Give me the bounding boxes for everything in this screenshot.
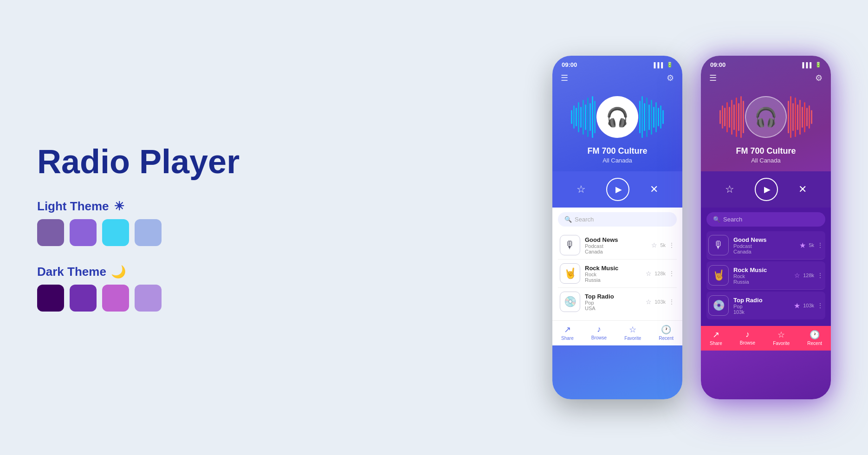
nav-browse-label-light: Browse xyxy=(591,335,607,340)
list-item-1-dark[interactable]: 🤘 Rock Music Rock Russia ☆ 128k ⋮ xyxy=(706,261,825,290)
nav-favorite-dark[interactable]: ☆ Favorite xyxy=(773,330,790,346)
bottom-nav-dark: ↗ Share ♪ Browse ☆ Favorite 🕐 Recent xyxy=(701,326,831,351)
headphone-circle-light: 🎧 xyxy=(596,96,638,138)
settings-icon-dark[interactable]: ⚙ xyxy=(815,73,823,83)
item-sub-1-light: Rock xyxy=(585,272,641,277)
search-bar-dark[interactable]: 🔍 Search xyxy=(706,212,825,227)
item-icon-0-light: 🎙 xyxy=(560,235,580,255)
item-icon-1-dark: 🤘 xyxy=(708,265,729,286)
dots-2-light[interactable]: ⋮ xyxy=(668,298,675,306)
nav-favorite-light[interactable]: ☆ Favorite xyxy=(624,325,641,341)
star-icon-0-light[interactable]: ☆ xyxy=(651,241,657,249)
nav-recent-dark[interactable]: 🕐 Recent xyxy=(807,330,822,346)
status-icons-dark: ▌▌▌ 🔋 xyxy=(803,62,822,68)
phone-light: 09:00 ▌▌▌ 🔋 ☰ ⚙ xyxy=(552,56,682,399)
favorite-btn-light[interactable]: ☆ xyxy=(577,183,586,195)
item-actions-0-dark: ★ 5k ⋮ xyxy=(799,241,823,250)
waveform-bars-light: 🎧 xyxy=(552,91,682,143)
favorite-icon-light: ☆ xyxy=(629,325,636,335)
list-area-dark: 🔍 Search 🎙 Good News Podcast Canada ★ 5k… xyxy=(701,208,831,326)
play-button-dark[interactable]: ▶ xyxy=(755,178,778,201)
dark-color-swatch-2 xyxy=(70,285,97,312)
dark-color-swatch-1 xyxy=(37,285,64,312)
item-sub2-1-light: Russia xyxy=(585,277,641,283)
item-sub-1-dark: Rock xyxy=(733,273,790,279)
item-name-1-dark: Rock Music xyxy=(733,266,790,273)
nav-share-label-light: Share xyxy=(561,336,574,341)
list-item-0-dark[interactable]: 🎙 Good News Podcast Canada ★ 5k ⋮ xyxy=(706,231,825,260)
item-icon-1-light: 🤘 xyxy=(560,263,580,284)
station-tags-light: All Canada xyxy=(602,157,632,164)
list-item-2-light[interactable]: 💿 Top Radio Pop USA ☆ 103k ⋮ xyxy=(558,288,677,316)
dots-1-dark[interactable]: ⋮ xyxy=(817,272,823,279)
color-swatch-2 xyxy=(70,219,97,246)
count-2-dark: 103k xyxy=(803,303,814,308)
item-name-2-light: Top Radio xyxy=(585,293,641,300)
dots-0-dark[interactable]: ⋮ xyxy=(817,241,823,249)
item-sub-2-dark: Pop xyxy=(733,304,789,309)
page-title: Radio Player xyxy=(37,143,269,180)
share-icon-dark: ↗ xyxy=(713,330,719,340)
status-bar-dark: 09:00 ▌▌▌ 🔋 xyxy=(701,56,831,71)
moon-icon: 🌙 xyxy=(111,265,126,279)
list-item-2-dark[interactable]: 💿 Top Radio Pop 103k ★ 103k ⋮ xyxy=(706,292,825,319)
dots-2-dark[interactable]: ⋮ xyxy=(817,302,823,309)
nav-share-label-dark: Share xyxy=(710,341,722,346)
star-icon-2-light[interactable]: ☆ xyxy=(646,298,652,306)
search-icon-dark: 🔍 xyxy=(713,216,720,223)
menu-icon-light[interactable]: ☰ xyxy=(561,73,568,83)
item-info-1-dark: Rock Music Rock Russia xyxy=(733,266,790,285)
nav-recent-light[interactable]: 🕐 Recent xyxy=(659,325,674,341)
nav-recent-label-light: Recent xyxy=(659,336,674,341)
controls-bar-dark: ☆ ▶ ✕ xyxy=(701,171,831,208)
settings-icon-light[interactable]: ⚙ xyxy=(667,73,674,83)
station-name-dark: FM 700 Culture xyxy=(736,146,796,156)
dark-theme-label: Dark Theme 🌙 xyxy=(37,265,269,279)
status-time-light: 09:00 xyxy=(562,61,577,68)
list-item-1-light[interactable]: 🤘 Rock Music Rock Russia ☆ 128k ⋮ xyxy=(558,260,677,288)
battery-icon: 🔋 xyxy=(667,62,673,68)
recent-icon-light: 🕐 xyxy=(661,325,671,335)
item-name-1-light: Rock Music xyxy=(585,265,641,272)
star-icon-0-dark[interactable]: ★ xyxy=(799,241,806,250)
dots-0-light[interactable]: ⋮ xyxy=(668,241,675,249)
nav-share-dark[interactable]: ↗ Share xyxy=(710,330,722,346)
phone-dark: 09:00 ▌▌▌ 🔋 ☰ ⚙ xyxy=(701,56,831,399)
light-theme-colors xyxy=(37,219,269,246)
item-info-2-dark: Top Radio Pop 103k xyxy=(733,297,789,315)
star-icon-1-light[interactable]: ☆ xyxy=(646,270,652,277)
station-name-light: FM 700 Culture xyxy=(587,146,647,156)
count-2-light: 103k xyxy=(654,299,666,305)
nav-share-light[interactable]: ↗ Share xyxy=(561,325,574,341)
nav-favorite-label-dark: Favorite xyxy=(773,341,790,346)
item-name-0-light: Good News xyxy=(585,236,647,243)
nav-browse-dark[interactable]: ♪ Browse xyxy=(740,330,755,346)
play-button-light[interactable]: ▶ xyxy=(606,178,629,201)
player-area-light: 🎧 xyxy=(552,87,682,171)
top-controls-light: ☰ ⚙ xyxy=(552,71,682,87)
search-icon-light: 🔍 xyxy=(564,216,572,223)
star-icon-2-dark[interactable]: ★ xyxy=(794,301,800,310)
dark-theme-section: Dark Theme 🌙 xyxy=(37,265,269,312)
share-icon-light: ↗ xyxy=(564,325,571,335)
recent-icon-dark: 🕐 xyxy=(810,330,820,340)
waveform-light: 🎧 xyxy=(552,91,682,143)
nav-browse-light[interactable]: ♪ Browse xyxy=(591,325,607,341)
left-section: Radio Player Light Theme ☀ Dark Theme 🌙 xyxy=(37,143,269,311)
star-icon-1-dark[interactable]: ☆ xyxy=(794,272,800,279)
bottom-nav-light: ↗ Share ♪ Browse ☆ Favorite 🕐 Recent xyxy=(552,320,682,345)
close-btn-dark[interactable]: ✕ xyxy=(798,183,807,195)
item-icon-2-dark: 💿 xyxy=(708,295,729,316)
light-theme-section: Light Theme ☀ xyxy=(37,199,269,246)
dots-1-light[interactable]: ⋮ xyxy=(668,270,675,277)
headphone-icon-dark: 🎧 xyxy=(754,106,777,128)
page-wrapper: Radio Player Light Theme ☀ Dark Theme 🌙 xyxy=(0,0,868,455)
menu-icon-dark[interactable]: ☰ xyxy=(709,73,717,83)
search-bar-light[interactable]: 🔍 Search xyxy=(558,212,677,227)
waveform-bars-dark: 🎧 xyxy=(701,91,831,143)
color-swatch-4 xyxy=(135,219,162,246)
list-item-0-light[interactable]: 🎙 Good News Podcast Canada ☆ 5k ⋮ xyxy=(558,231,677,260)
station-tags-dark: All Canada xyxy=(751,157,781,164)
close-btn-light[interactable]: ✕ xyxy=(650,183,658,195)
favorite-btn-dark[interactable]: ☆ xyxy=(725,183,734,195)
